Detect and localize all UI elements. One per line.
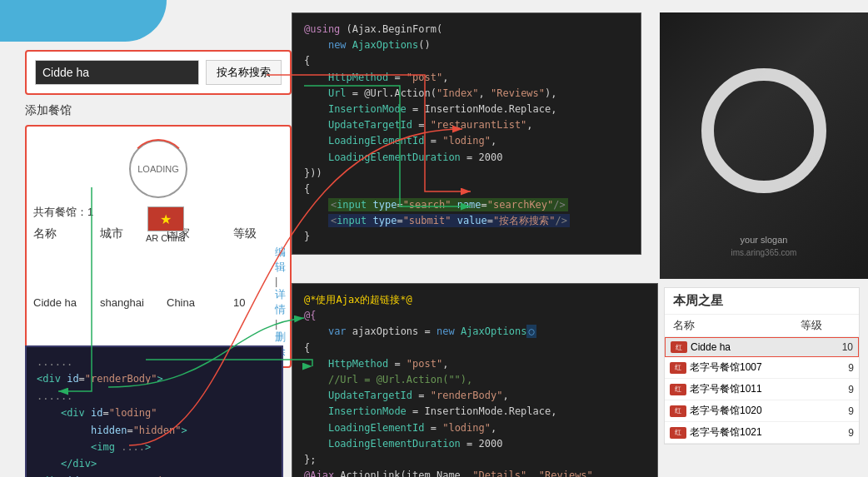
col-rating-header: 等级	[233, 226, 275, 241]
search-area: 按名称搜索	[25, 50, 292, 95]
star-row-name: 红 老字号餐馆1021	[670, 425, 821, 440]
code-bottom-line9: LoadingElementDuration = 2000	[304, 436, 646, 452]
code-line6: InsertionMode = InsertionMode.Replace,	[304, 102, 629, 117]
code-line7: UpdateTargetId = "restaurantList",	[304, 117, 629, 133]
snippet-line7: </div>	[37, 455, 272, 472]
star-row: 红 老字号餐馆1007 9	[665, 357, 859, 379]
code-bottom-line10: };	[304, 452, 646, 468]
restaurant-icon: 红	[670, 427, 686, 439]
code-line10: }))	[304, 166, 629, 181]
html-snippet: ...... <div id="renderBody"> ...... <div…	[25, 345, 283, 477]
ar-china-label: AR China	[146, 233, 185, 243]
star-row-restaurant-name: 老字号餐馆1007	[690, 360, 762, 375]
search-button[interactable]: 按名称搜索	[206, 60, 282, 85]
code-line2: new AjaxOptions()	[304, 37, 629, 53]
snippet-line3: ......	[37, 388, 272, 405]
star-row: 红 老字号餐馆1011 9	[665, 379, 859, 400]
snippet-line4: <div id="loding"	[37, 405, 272, 421]
restaurant-icon: 红	[671, 341, 687, 353]
snippet-line2: <div id="renderBody">	[37, 370, 272, 387]
star-row-name: 红 Cidde ha	[671, 341, 820, 353]
snippet-line1: ......	[37, 354, 272, 370]
star-panel-title: 本周之星	[665, 288, 859, 315]
code-line11: {	[304, 181, 629, 197]
star-row-score: 9	[821, 384, 854, 395]
search-input[interactable]	[35, 60, 199, 85]
code-bottom-line7: InsertionMode = InsertionMode.Replace,	[304, 404, 646, 420]
code-line8: LoadingElementId = "loding",	[304, 133, 629, 149]
star-row-restaurant-name: 老字号餐馆1020	[690, 404, 762, 418]
code-bottom-line1: @{	[304, 308, 646, 324]
row-name: Cidde ha	[33, 296, 100, 309]
star-row-restaurant-name: Cidde ha	[691, 341, 731, 353]
restaurant-icon: 红	[670, 405, 686, 417]
star-row: 红 老字号餐馆1020 9	[665, 400, 859, 422]
star-col-rating: 等级	[801, 318, 851, 333]
code-bottom-line4: HttpMethod = "post",	[304, 356, 646, 372]
circle-logo	[701, 68, 826, 193]
code-bottom-comment: @*使用Ajax的超链接*@	[304, 292, 646, 308]
star-panel: 本周之星 名称 等级 红 Cidde ha 10 红 老字号餐馆1007 9 红…	[664, 287, 860, 445]
col-name-header: 名称	[33, 226, 100, 241]
snippet-line6: <img ....>	[37, 439, 272, 455]
code-line4: HttpMethod = "post",	[304, 70, 629, 86]
star-row-restaurant-name: 老字号餐馆1011	[690, 382, 762, 396]
watermark-text: ims.aring365.com	[731, 248, 797, 257]
loading-indicator: LOADING	[129, 140, 187, 198]
table-actions: 编辑 | 详情 | 删除	[275, 245, 286, 360]
china-flag: ★	[147, 206, 184, 231]
ar-china-area: ★ AR China	[146, 206, 185, 243]
star-row-score: 9	[821, 427, 854, 439]
loading-text: LOADING	[137, 164, 179, 174]
star-row-score: 10	[820, 341, 853, 353]
code-line9: LoadingElementDuration = 2000	[304, 150, 629, 166]
table-row: Cidde ha shanghai China 10 编辑 | 详情 | 删除	[33, 245, 283, 360]
star-row-name: 红 老字号餐馆1020	[670, 404, 821, 418]
row-rating: 10	[233, 296, 275, 309]
code-line3: {	[304, 53, 629, 69]
restaurant-icon: 红	[670, 362, 686, 374]
row-city: shanghai	[100, 296, 167, 309]
code-line1: @using (Ajax.BeginForm(	[304, 22, 629, 37]
top-decoration	[0, 0, 167, 42]
code-panel-top: @using (Ajax.BeginForm( new AjaxOptions(…	[292, 12, 641, 255]
code-line5: Url = @Url.Action("Index", "Reviews"),	[304, 86, 629, 102]
star-row: 红 Cidde ha 10	[665, 337, 859, 357]
star-row-name: 红 老字号餐馆1007	[670, 360, 821, 375]
star-row-restaurant-name: 老字号餐馆1021	[690, 425, 762, 440]
edit-link[interactable]: 编辑	[275, 246, 286, 273]
restaurant-box: LOADING 共有餐馆：1 名称 城市 国家 等级 Cidde ha shan…	[25, 125, 292, 368]
star-row-name: 红 老字号餐馆1011	[670, 382, 821, 396]
star-row-score: 9	[821, 405, 854, 417]
code-bottom-line6: UpdateTargetId = "renderBody",	[304, 388, 646, 404]
code-panel-bottom: @*使用Ajax的超链接*@ @{ var ajaxOptions = new …	[292, 283, 658, 477]
star-rows: 红 Cidde ha 10 红 老字号餐馆1007 9 红 老字号餐馆1011 …	[665, 337, 859, 444]
code-line13: <input type="submit" value="按名称搜索"/>	[304, 213, 629, 229]
row-country: China	[167, 296, 233, 309]
slogan-text: your slogan	[741, 235, 788, 245]
right-image-panel: your slogan ims.aring365.com	[660, 12, 868, 279]
star-row-score: 9	[821, 362, 854, 374]
code-bottom-line2: var ajaxOptions = new AjaxOptions○	[304, 324, 646, 340]
star-row: 红 老字号餐馆1021 9	[665, 422, 859, 444]
snippet-line8: <div id="restaurantList">	[37, 473, 272, 477]
code-bottom-line11: @Ajax.ActionLink(item.Name, "Details", "…	[304, 468, 646, 477]
code-bottom-line5: //Url = @Url.Action(""),	[304, 372, 646, 388]
detail-link[interactable]: 详情	[275, 288, 286, 316]
code-bottom-line8: LoadingElementId = "loding",	[304, 420, 646, 436]
snippet-line5: hidden="hidden">	[37, 422, 272, 439]
code-line12: <input type="search" name="searchKey"/>	[304, 197, 629, 213]
restaurant-icon: 红	[670, 384, 686, 395]
star-col-name: 名称	[673, 318, 801, 333]
code-bottom-line3: {	[304, 340, 646, 356]
star-table-header: 名称 等级	[665, 315, 859, 337]
add-restaurant-link[interactable]: 添加餐馆	[25, 103, 292, 118]
code-line14: }	[304, 229, 629, 245]
